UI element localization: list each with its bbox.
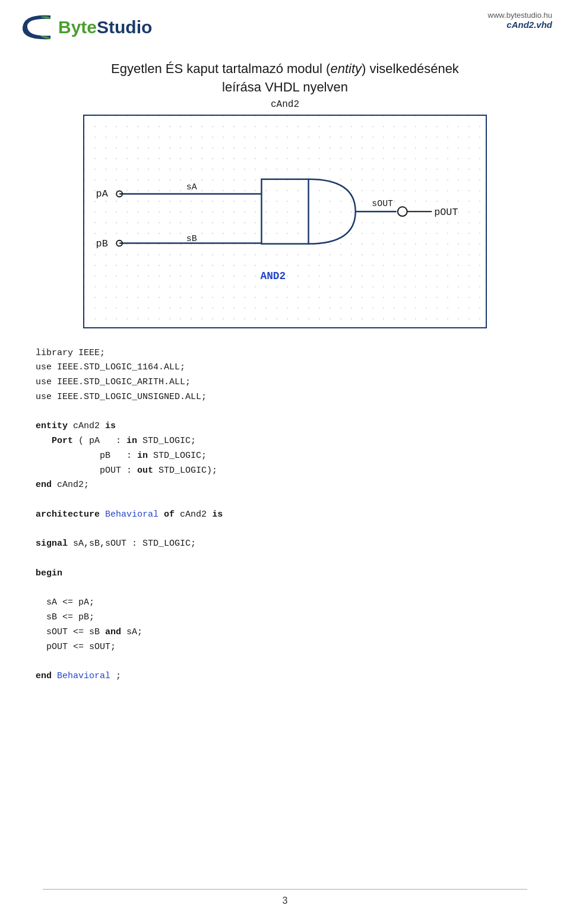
page-number: 3 (283, 895, 288, 906)
code-line-5 (36, 405, 534, 420)
diagram-title: cAnd2 (271, 99, 299, 110)
code-line-19: sB <= pB; (36, 610, 534, 625)
header-right: www.bytestudio.hu cAnd2.vhd (488, 11, 552, 30)
diagram-container: cAnd2 pA pB sA sB (24, 115, 546, 328)
code-line-18: sA <= pA; (36, 596, 534, 610)
header: Byte Studio www.bytestudio.hu cAnd2.vhd (0, 0, 570, 43)
diagram-box: pA pB sA sB (83, 115, 487, 328)
pa-label: pA (96, 188, 109, 200)
pb-label: pB (96, 238, 108, 249)
code-line-10: end cAnd2; (36, 478, 534, 493)
logo-byte: Byte (58, 18, 97, 36)
page-title-area: Egyetlen ÉS kaput tartalmazó modul (enti… (24, 60, 546, 97)
code-line-20: sOUT <= sB and sA; (36, 625, 534, 640)
code-line-21: pOUT <= sOUT; (36, 640, 534, 655)
code-line-4: use IEEE.STD_LOGIC_UNSIGNED.ALL; (36, 390, 534, 405)
code-line-9: pOUT : out STD_LOGIC); (36, 464, 534, 479)
sout-label: sOUT (372, 199, 393, 208)
code-line-15 (36, 552, 534, 567)
code-line-17 (36, 581, 534, 596)
and-gate-rect (261, 179, 308, 243)
sb-label: sB (186, 233, 197, 243)
code-line-16: begin (36, 567, 534, 581)
page-title: Egyetlen ÉS kaput tartalmazó modul (enti… (24, 60, 546, 97)
filename: cAnd2.vhd (488, 20, 552, 30)
code-line-3: use IEEE.STD_LOGIC_ARITH.ALL; (36, 375, 534, 390)
code-line-23: end Behavioral ; (36, 669, 534, 684)
logo-studio: Studio (97, 18, 152, 36)
diagram-wrapper: cAnd2 pA pB sA sB (83, 115, 487, 328)
code-line-11 (36, 493, 534, 508)
and-gate-arc (309, 179, 356, 243)
website-url: www.bytestudio.hu (488, 11, 552, 20)
code-line-8: pB : in STD_LOGIC; (36, 449, 534, 464)
code-line-1: library IEEE; (36, 346, 534, 361)
code-block: library IEEE; use IEEE.STD_LOGIC_1164.AL… (36, 346, 534, 684)
code-line-7: Port ( pA : in STD_LOGIC; (36, 434, 534, 449)
code-line-14: signal sA,sB,sOUT : STD_LOGIC; (36, 537, 534, 552)
code-line-2: use IEEE.STD_LOGIC_1164.ALL; (36, 360, 534, 375)
code-line-6: entity cAnd2 is (36, 419, 534, 434)
pout-label: pOUT (434, 207, 458, 218)
and2-label: AND2 (260, 270, 286, 282)
logo: Byte Studio (18, 11, 152, 43)
footer: 3 (0, 889, 570, 906)
logo-icon (18, 11, 53, 43)
sa-label: sA (186, 182, 197, 191)
pout-bubble (398, 207, 407, 216)
diagram-svg: pA pB sA sB (84, 116, 486, 327)
logo-text: Byte Studio (58, 18, 152, 36)
code-line-13 (36, 523, 534, 537)
code-line-22 (36, 654, 534, 669)
code-line-12: architecture Behavioral of cAnd2 is (36, 508, 534, 523)
footer-line (43, 889, 527, 890)
